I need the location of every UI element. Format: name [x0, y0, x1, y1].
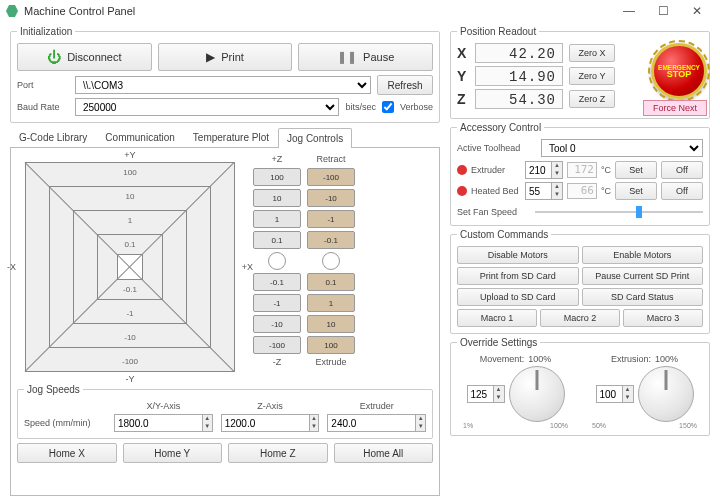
toolhead-label: Active Toolhead [457, 143, 535, 153]
maximize-button[interactable]: ☐ [646, 0, 680, 22]
upload-sd-button[interactable]: Upload to SD Card [457, 288, 579, 306]
movement-spinner[interactable]: ▲▼ [493, 385, 505, 403]
extrude-100[interactable]: 100 [307, 336, 355, 354]
macro-2-button[interactable]: Macro 2 [540, 309, 620, 327]
sd-status-button[interactable]: SD Card Status [582, 288, 704, 306]
extrusion-override-input[interactable] [596, 385, 622, 403]
tab-gcode-library[interactable]: G-Code Library [10, 127, 96, 147]
fan-speed-slider[interactable] [535, 205, 703, 219]
app-icon [6, 5, 18, 17]
tabs: G-Code Library Communication Temperature… [10, 127, 440, 148]
extrude-01[interactable]: 0.1 [307, 273, 355, 291]
print-sd-button[interactable]: Print from SD Card [457, 267, 579, 285]
e-speed-input[interactable] [327, 414, 415, 432]
z-speed-spinner[interactable]: ▲▼ [309, 414, 320, 432]
plus-y-label: +Y [124, 150, 135, 160]
tab-communication[interactable]: Communication [96, 127, 183, 147]
xy-speed-spinner[interactable]: ▲▼ [202, 414, 213, 432]
z-plus-100[interactable]: 100 [253, 168, 301, 186]
bed-set-input[interactable] [525, 182, 551, 200]
custom-legend: Custom Commands [457, 229, 551, 240]
extruder-set-button[interactable]: Set [615, 161, 657, 179]
zero-z-button[interactable]: Zero Z [569, 90, 615, 108]
fan-label: Set Fan Speed [457, 207, 529, 217]
jog-speeds-group: Jog Speeds X/Y-Axis Z-Axis Extruder Spee… [17, 384, 433, 439]
extrude-1[interactable]: 1 [307, 294, 355, 312]
minus-z-label: -Z [253, 357, 301, 367]
retract-01[interactable]: -0.1 [307, 231, 355, 249]
e-speed-spinner[interactable]: ▲▼ [415, 414, 426, 432]
z-speed-input[interactable] [221, 414, 309, 432]
window-title: Machine Control Panel [6, 5, 612, 17]
minus-x-label: -X [7, 262, 16, 272]
port-select[interactable]: \\.\COM3 [75, 76, 371, 94]
z-home-circle[interactable] [268, 252, 286, 270]
home-z-button[interactable]: Home Z [228, 443, 328, 463]
close-button[interactable]: ✕ [680, 0, 714, 22]
xy-speed-input[interactable] [114, 414, 202, 432]
z-plus-01[interactable]: 0.1 [253, 231, 301, 249]
retract-1[interactable]: -1 [307, 210, 355, 228]
initialization-group: Initialization ⏻ Disconnect ▶ Print ❚❚ P… [10, 26, 440, 123]
movement-override-input[interactable] [467, 385, 493, 403]
force-next-button[interactable]: Force Next [643, 100, 707, 116]
retract-10[interactable]: -10 [307, 189, 355, 207]
extruder-off-button[interactable]: Off [661, 161, 703, 179]
bed-set-button[interactable]: Set [615, 182, 657, 200]
z-readout: 54.30 [475, 89, 563, 109]
pause-button[interactable]: ❚❚ Pause [298, 43, 433, 71]
z-minus-100[interactable]: -100 [253, 336, 301, 354]
toolhead-select[interactable]: Tool 0 [541, 139, 703, 157]
bed-off-button[interactable]: Off [661, 182, 703, 200]
jog-xy-pad[interactable]: 100 10 1 0.1 -0.1 -1 -10 -100 [25, 162, 235, 372]
bed-set-spinner[interactable]: ▲▼ [551, 182, 563, 200]
baud-select[interactable]: 250000 [75, 98, 339, 116]
tab-temperature-plot[interactable]: Temperature Plot [184, 127, 278, 147]
retract-100[interactable]: -100 [307, 168, 355, 186]
extruder-set-input[interactable] [525, 161, 551, 179]
baud-label: Baud Rate [17, 102, 69, 112]
disconnect-button[interactable]: ⏻ Disconnect [17, 43, 152, 71]
disable-motors-button[interactable]: Disable Motors [457, 246, 579, 264]
z-minus-01[interactable]: -0.1 [253, 273, 301, 291]
tab-jog-controls[interactable]: Jog Controls [278, 128, 352, 148]
home-x-button[interactable]: Home X [17, 443, 117, 463]
speed-label: Speed (mm/min) [24, 418, 106, 428]
enable-motors-button[interactable]: Enable Motors [582, 246, 704, 264]
extruder-home-circle[interactable] [322, 252, 340, 270]
titlebar: Machine Control Panel — ☐ ✕ [0, 0, 720, 22]
verbose-checkbox[interactable] [382, 101, 394, 113]
emergency-stop-button[interactable]: EMERGENCYSTOP [651, 43, 707, 99]
accessory-legend: Accessory Control [457, 122, 544, 133]
home-y-button[interactable]: Home Y [123, 443, 223, 463]
macro-1-button[interactable]: Macro 1 [457, 309, 537, 327]
home-all-button[interactable]: Home All [334, 443, 434, 463]
z-minus-10[interactable]: -10 [253, 315, 301, 333]
print-button[interactable]: ▶ Print [158, 43, 293, 71]
z-label: Z [457, 91, 469, 107]
initialization-legend: Initialization [17, 26, 75, 37]
macro-3-button[interactable]: Macro 3 [623, 309, 703, 327]
zero-y-button[interactable]: Zero Y [569, 67, 615, 85]
movement-override-knob[interactable] [509, 366, 565, 422]
extruder-set-spinner[interactable]: ▲▼ [551, 161, 563, 179]
zero-x-button[interactable]: Zero X [569, 44, 615, 62]
custom-commands-group: Custom Commands Disable Motors Enable Mo… [450, 229, 710, 334]
z-minus-1[interactable]: -1 [253, 294, 301, 312]
x-readout: 42.20 [475, 43, 563, 63]
extrude-10[interactable]: 10 [307, 315, 355, 333]
extrusion-spinner[interactable]: ▲▼ [622, 385, 634, 403]
extruder-label: Extruder [471, 165, 521, 175]
pause-sd-button[interactable]: Pause Current SD Print [582, 267, 704, 285]
extruder-status-dot [457, 165, 467, 175]
play-icon: ▶ [206, 50, 215, 64]
jog-speeds-legend: Jog Speeds [24, 384, 83, 395]
refresh-button[interactable]: Refresh [377, 75, 433, 95]
position-legend: Position Readout [457, 26, 539, 37]
override-settings-group: Override Settings Movement: 100% ▲▼ 1%10 [450, 337, 710, 436]
extrusion-override-knob[interactable] [638, 366, 694, 422]
z-plus-1[interactable]: 1 [253, 210, 301, 228]
verbose-label: Verbose [400, 102, 433, 112]
minimize-button[interactable]: — [612, 0, 646, 22]
z-plus-10[interactable]: 10 [253, 189, 301, 207]
